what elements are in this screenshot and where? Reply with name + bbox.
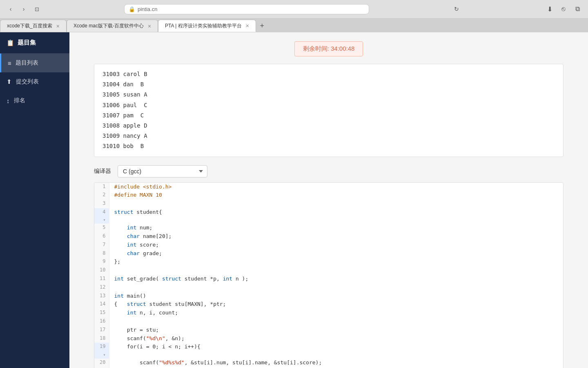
- code-content[interactable]: };: [109, 258, 563, 266]
- tab-pta[interactable]: PTA | 程序设计类实验辅助教学平台 ×: [158, 20, 256, 32]
- output-line: 31008 apple D: [102, 121, 555, 131]
- line-number: 9: [94, 258, 109, 266]
- compiler-section: 编译器 C (gcc) C++ (g++) Java Python3: [94, 165, 564, 177]
- line-number: 19 ▾: [94, 343, 109, 358]
- upload-icon: ⬆: [7, 78, 12, 85]
- tab-xcode-search[interactable]: xcode下载_百度搜索 ×: [0, 20, 67, 32]
- output-line: 31009 nancy A: [102, 131, 555, 141]
- share-button[interactable]: ⎋: [558, 3, 569, 15]
- code-row: 3: [94, 200, 563, 208]
- download-button[interactable]: ⬇: [544, 3, 555, 15]
- nav-buttons: ‹ › ⊡: [5, 3, 42, 15]
- output-line: 31010 bob B: [102, 141, 555, 151]
- tab-close-icon[interactable]: ×: [148, 23, 151, 29]
- string-literal: "%d\n": [146, 335, 165, 341]
- line-number: 11: [94, 275, 109, 283]
- code-content[interactable]: scanf("%d\n", &n);: [109, 334, 563, 343]
- line-number: 7: [94, 241, 109, 249]
- code-row: 10: [94, 266, 563, 275]
- code-row: 5 int num;: [94, 224, 563, 232]
- code-content[interactable]: { struct student stu[MAXN], *ptr;: [109, 300, 563, 309]
- string-literal: "%d%s%d": [159, 359, 185, 366]
- main-content: 剩余时间: 34:00:48 31003 carol B 31004 dan B…: [69, 32, 588, 368]
- keyword: struct: [162, 276, 181, 282]
- code-row: 8 char grade;: [94, 249, 563, 258]
- line-number: 3: [94, 200, 109, 208]
- sidebar-item-submissions[interactable]: ⬆ 提交列表: [0, 72, 69, 91]
- line-number: 12: [94, 283, 109, 292]
- tab-close-icon[interactable]: ×: [56, 23, 60, 29]
- app-layout: 📋 题目集 ≡ 题目列表 ⬆ 提交列表 ↕ 排名 剩余时间: 34:00:48: [0, 32, 588, 368]
- code-content[interactable]: int set_grade( struct student *p, int n …: [109, 275, 563, 283]
- keyword: struct: [114, 209, 134, 215]
- fullscreen-button[interactable]: ⧉: [572, 3, 583, 15]
- code-row: 6 char name[20];: [94, 232, 563, 241]
- preprocessor: #define MAXN 10: [114, 192, 162, 198]
- line-number: 18: [94, 334, 109, 343]
- code-content[interactable]: int main(): [109, 292, 563, 301]
- keyword: int: [114, 293, 124, 299]
- code-content[interactable]: ptr = stu;: [109, 326, 563, 334]
- url-text: pintia.cn: [138, 6, 157, 12]
- sidebar-item-ranking[interactable]: ↕ 排名: [0, 91, 69, 110]
- tab-close-icon[interactable]: ×: [246, 22, 249, 29]
- refresh-button[interactable]: ↻: [451, 3, 462, 15]
- output-line: 31007 pam C: [102, 110, 555, 121]
- output-line: 31003 carol B: [102, 69, 555, 79]
- code-content[interactable]: int num;: [109, 224, 563, 232]
- code-content[interactable]: [109, 266, 563, 275]
- back-button[interactable]: ‹: [5, 3, 16, 15]
- preprocessor: #include <stdio.h>: [114, 184, 172, 190]
- code-row: 13 int main(): [94, 292, 563, 301]
- line-number: 8: [94, 249, 109, 258]
- sidebar: 📋 题目集 ≡ 题目列表 ⬆ 提交列表 ↕ 排名: [0, 32, 69, 368]
- code-content[interactable]: [109, 283, 563, 292]
- sidebar-item-problem-list[interactable]: ≡ 题目列表: [0, 54, 69, 72]
- address-bar[interactable]: 🔒 pintia.cn: [124, 4, 369, 14]
- compiler-select[interactable]: C (gcc) C++ (g++) Java Python3: [118, 165, 207, 177]
- keyword: struct: [127, 301, 146, 307]
- code-content[interactable]: #include <stdio.h>: [109, 183, 563, 191]
- code-content[interactable]: int n, i, count;: [109, 309, 563, 317]
- browser-chrome: ‹ › ⊡ 🔒 pintia.cn ↻ ⬇ ⎋ ⧉ xcode下载_百度搜索 ×…: [0, 0, 588, 32]
- code-content[interactable]: for(i = 0; i < n; i++){: [109, 343, 563, 358]
- code-row: 11 int set_grade( struct student *p, int…: [94, 275, 563, 283]
- line-number: 4 ▾: [94, 208, 109, 224]
- add-tab-button[interactable]: +: [256, 20, 268, 32]
- code-content[interactable]: struct student{: [109, 208, 563, 224]
- code-row: 19 ▾ for(i = 0; i < n; i++){: [94, 343, 563, 358]
- code-table: 1 #include <stdio.h> 2 #define MAXN 10 3: [94, 183, 563, 368]
- code-content[interactable]: #define MAXN 10: [109, 191, 563, 200]
- sidebar-label-ranking: 排名: [14, 97, 25, 104]
- reader-button[interactable]: ⊡: [31, 3, 42, 15]
- line-number: 5: [94, 224, 109, 232]
- code-content[interactable]: char name[20];: [109, 232, 563, 241]
- tab-label: Xcode mac版下载-百度软件中心: [74, 22, 144, 29]
- forward-button[interactable]: ›: [18, 3, 29, 15]
- code-row: 4 ▾ struct student{: [94, 208, 563, 224]
- browser-actions: ⬇ ⎋ ⧉: [544, 3, 583, 15]
- code-row: 1 #include <stdio.h>: [94, 183, 563, 191]
- output-line: 31004 dan B: [102, 79, 555, 90]
- output-line: 31006 paul C: [102, 100, 555, 110]
- code-row: 20 scanf("%d%s%d", &stu[i].num, stu[i].n…: [94, 359, 563, 367]
- code-editor[interactable]: 1 #include <stdio.h> 2 #define MAXN 10 3: [94, 182, 564, 368]
- code-content[interactable]: char grade;: [109, 249, 563, 258]
- line-number: 13: [94, 292, 109, 301]
- code-content[interactable]: [109, 200, 563, 208]
- code-row: 14 { struct student stu[MAXN], *ptr;: [94, 300, 563, 309]
- code-content[interactable]: [109, 317, 563, 326]
- code-row: 15 int n, i, count;: [94, 309, 563, 317]
- code-content[interactable]: scanf("%d%s%d", &stu[i].num, stu[i].name…: [109, 359, 563, 367]
- code-row: 12: [94, 283, 563, 292]
- output-line: 31005 susan A: [102, 90, 555, 100]
- list-icon: ≡: [8, 60, 11, 67]
- tab-label: xcode下载_百度搜索: [7, 22, 52, 29]
- logo-icon: 📋: [7, 39, 14, 47]
- code-row: 18 scanf("%d\n", &n);: [94, 334, 563, 343]
- keyword: int: [127, 224, 136, 231]
- code-content[interactable]: int score;: [109, 241, 563, 249]
- tab-xcode-mac[interactable]: Xcode mac版下载-百度软件中心 ×: [67, 20, 158, 32]
- timer-badge: 剩余时间: 34:00:48: [294, 41, 363, 56]
- line-number: 6: [94, 232, 109, 241]
